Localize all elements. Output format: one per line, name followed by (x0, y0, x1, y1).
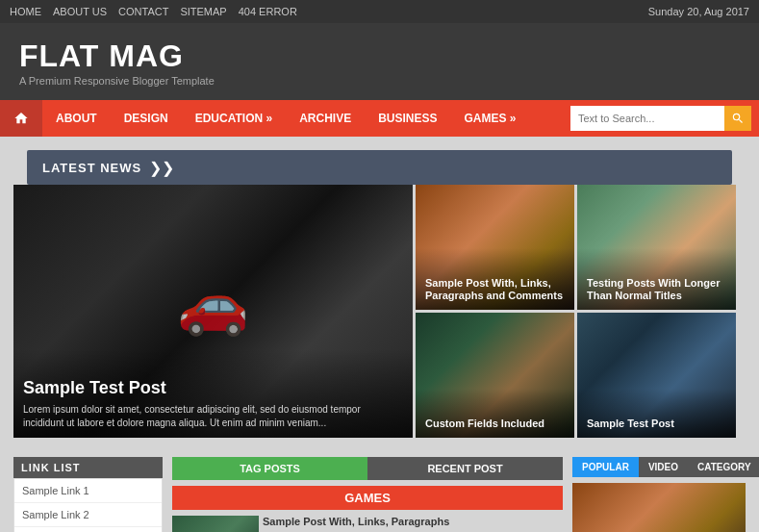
link-item-3[interactable]: Sample Link 3 (14, 527, 162, 532)
site-title: FLAT MAG (19, 40, 740, 71)
featured-small-title-2: Testing Posts With Longer Than Normal Ti… (587, 277, 726, 302)
nav-archive[interactable]: ARCHIVE (286, 100, 365, 137)
top-nav: HOME ABOUT US CONTACT SITEMAP 404 ERROR (10, 6, 297, 17)
nav-home-button[interactable] (0, 100, 42, 137)
featured-large-overlay: Sample Test Post Lorem ipsum dolor sit a… (13, 349, 413, 438)
latest-news-label: LATEST NEWS (42, 161, 141, 175)
nav-about[interactable]: ABOUT US (53, 6, 107, 17)
site-header: FLAT MAG A Premium Responsive Blogger Te… (0, 23, 759, 100)
nav-design[interactable]: DESIGN (111, 100, 182, 137)
link-item-1[interactable]: Sample Link 1 (14, 479, 162, 503)
search-button[interactable] (724, 106, 751, 131)
game-title[interactable]: Sample Post With, Links, Paragraphs (263, 516, 563, 527)
right-tabs: POPULAR VIDEO CATEGORY (572, 457, 746, 477)
featured-large-excerpt: Lorem ipsum dolor sit amet, consectetur … (23, 403, 403, 430)
featured-small-overlay-3: Custom Fields Included (416, 389, 574, 438)
game-thumb-image (172, 516, 259, 532)
featured-small-overlay-1: Sample Post With, Links, Paragraphs and … (416, 248, 574, 310)
site-tagline: A Premium Responsive Blogger Template (19, 75, 740, 87)
right-panel: POPULAR VIDEO CATEGORY (572, 457, 746, 532)
featured-small-title-3: Custom Fields Included (425, 418, 565, 430)
featured-large-title: Sample Test Post (23, 378, 403, 399)
center-panel: TAG POSTS RECENT POST GAMES Sample Post … (172, 457, 563, 532)
nav-links: ABOUT DESIGN EDUCATION » ARCHIVE BUSINES… (42, 100, 570, 137)
link-list-items: Sample Link 1 Sample Link 2 Sample Link … (13, 478, 163, 532)
nav-business[interactable]: BUSINESS (365, 100, 450, 137)
top-bar: HOME ABOUT US CONTACT SITEMAP 404 ERROR … (0, 0, 759, 23)
featured-small-post-2[interactable]: Testing Posts With Longer Than Normal Ti… (577, 185, 736, 310)
search-icon (731, 112, 745, 125)
game-info: Sample Post With, Links, Paragraphs (263, 516, 563, 532)
search-input[interactable] (570, 106, 724, 131)
featured-small-post-3[interactable]: Custom Fields Included (416, 313, 574, 438)
top-date: Sunday 20, Aug 2017 (648, 6, 749, 17)
featured-small-title-4: Sample Test Post (587, 418, 726, 430)
featured-small-post-4[interactable]: Sample Test Post (577, 313, 736, 438)
featured-large-post[interactable]: Sample Test Post Lorem ipsum dolor sit a… (13, 185, 413, 438)
tab-tag-posts[interactable]: TAG POSTS (172, 457, 367, 480)
games-grid: Sample Post With, Links, Paragraphs (172, 516, 563, 532)
nav-games[interactable]: GAMES » (451, 100, 530, 137)
section-title-games: GAMES (172, 486, 563, 510)
nav-about[interactable]: ABOUT (42, 100, 111, 137)
search-area (570, 106, 751, 131)
right-thumb-image (572, 483, 746, 532)
nav-404[interactable]: 404 ERROR (239, 6, 297, 17)
link-item-2[interactable]: Sample Link 2 (14, 503, 162, 527)
nav-contact[interactable]: CONTACT (118, 6, 168, 17)
latest-news-bar: LATEST NEWS ❯❯ (27, 150, 732, 185)
featured-small-overlay-2: Testing Posts With Longer Than Normal Ti… (577, 248, 736, 310)
main-content: LATEST NEWS ❯❯ Sample Test Post Lorem ip… (0, 150, 759, 447)
tab-bar: TAG POSTS RECENT POST (172, 457, 563, 480)
tab-video[interactable]: VIDEO (639, 457, 688, 477)
featured-small-post-1[interactable]: Sample Post With, Links, Paragraphs and … (416, 185, 574, 310)
latest-news-arrow: ❯❯ (149, 159, 174, 177)
nav-sitemap[interactable]: SITEMAP (180, 6, 226, 17)
link-list-panel: LINK LIST Sample Link 1 Sample Link 2 Sa… (13, 457, 163, 532)
game-thumb (172, 516, 259, 532)
nav-bar: ABOUT DESIGN EDUCATION » ARCHIVE BUSINES… (0, 100, 759, 137)
featured-small-title-1: Sample Post With, Links, Paragraphs and … (425, 277, 565, 302)
link-list-title: LINK LIST (13, 457, 163, 478)
tab-category[interactable]: CATEGORY (688, 457, 759, 477)
home-icon (13, 111, 29, 126)
nav-home[interactable]: HOME (10, 6, 41, 17)
featured-grid: Sample Test Post Lorem ipsum dolor sit a… (13, 185, 746, 438)
featured-small-overlay-4: Sample Test Post (577, 389, 736, 438)
bottom-section: LINK LIST Sample Link 1 Sample Link 2 Sa… (0, 457, 759, 532)
nav-education[interactable]: EDUCATION » (182, 100, 286, 137)
tab-recent-post[interactable]: RECENT POST (367, 457, 563, 480)
tab-popular[interactable]: POPULAR (572, 457, 639, 477)
